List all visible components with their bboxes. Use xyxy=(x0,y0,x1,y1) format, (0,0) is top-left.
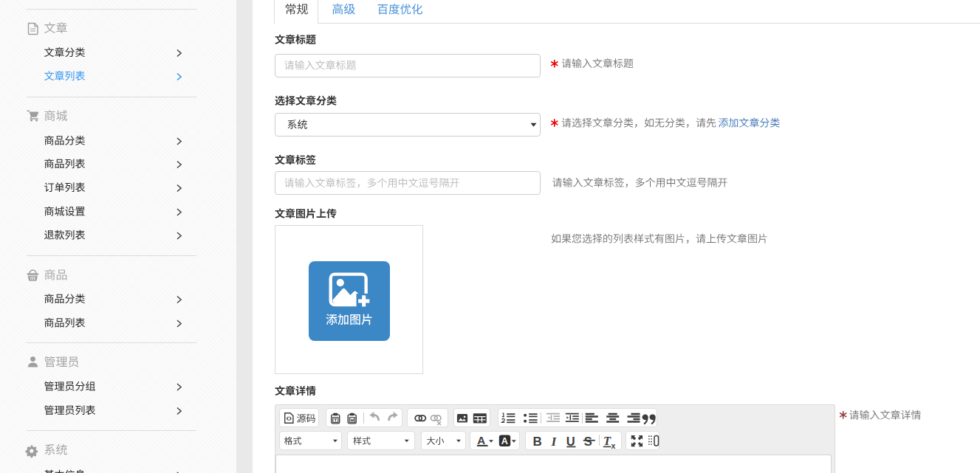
svg-text:x: x xyxy=(611,441,616,450)
svg-text:B: B xyxy=(533,435,542,449)
svg-text:I: I xyxy=(551,434,558,449)
svg-text:U: U xyxy=(566,435,575,448)
svg-text:A: A xyxy=(501,436,508,446)
svg-text:A: A xyxy=(477,434,485,446)
svg-text:T: T xyxy=(603,434,611,448)
